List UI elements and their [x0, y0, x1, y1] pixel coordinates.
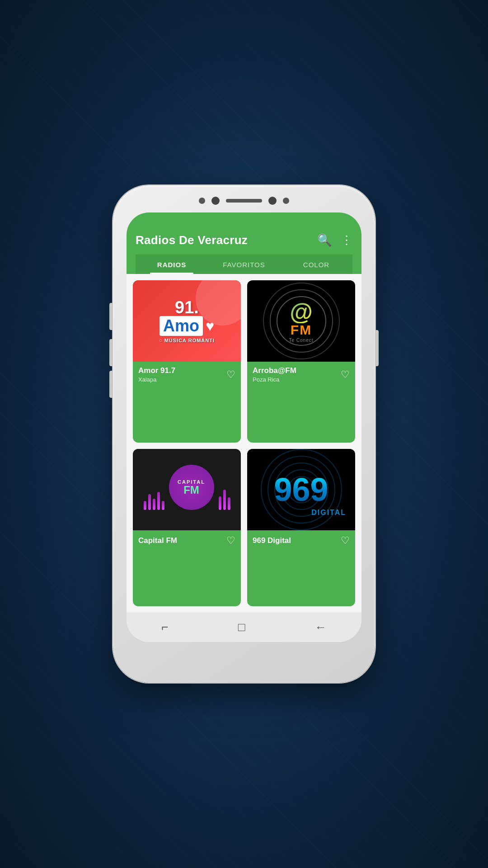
- radio-card-amor[interactable]: 91. Amo ♥ ○ MÚSICA ROMÁNTI Amor 91.7 Xal…: [133, 280, 241, 443]
- card-name-arroba: Arroba@FM: [253, 366, 296, 375]
- phone-top-bar: [199, 197, 289, 205]
- card-location-arroba: Poza Rica: [253, 376, 296, 383]
- tab-favoritos[interactable]: FAVORITOS: [208, 255, 280, 274]
- home-button[interactable]: □: [238, 620, 245, 634]
- favorite-button-amor[interactable]: ♡: [226, 369, 235, 381]
- arroba-fm-text: FM: [291, 323, 312, 337]
- app-header: Radios De Veracruz 🔍 ⋮ RADIOS FAVORITOS …: [127, 226, 361, 274]
- 969-number: 969: [274, 473, 328, 506]
- 969-digital-text: DIGITAL: [311, 509, 346, 517]
- tab-radios[interactable]: RADIOS: [136, 255, 208, 274]
- card-name-capital: Capital FM: [138, 536, 177, 545]
- card-name-amor: Amor 91.7: [138, 366, 175, 375]
- card-info-arroba: Arroba@FM Poza Rica ♡: [247, 362, 355, 387]
- arroba-at-sign: @: [290, 300, 313, 323]
- camera-dot-right: [268, 197, 277, 205]
- amor-heart-icon: ♥: [206, 318, 214, 335]
- card-location-amor: Xalapa: [138, 376, 175, 383]
- amor-subtitle: ○ MÚSICA ROMÁNTI: [159, 338, 215, 343]
- more-icon[interactable]: ⋮: [341, 233, 352, 247]
- arroba-subtitle: Te Conect: [289, 338, 313, 343]
- radio-card-capital[interactable]: CAPITAL FM Capital FM ♡: [133, 449, 241, 606]
- recent-apps-button[interactable]: ⌐: [161, 620, 168, 634]
- radio-logo-capital: CAPITAL FM: [133, 449, 241, 530]
- favorite-button-arroba[interactable]: ♡: [341, 369, 350, 381]
- header-icons: 🔍 ⋮: [317, 233, 352, 247]
- radio-logo-arroba: @ FM Te Conect: [247, 280, 355, 362]
- search-icon[interactable]: 🔍: [317, 233, 332, 247]
- radio-logo-amor: 91. Amo ♥ ○ MÚSICA ROMÁNTI: [133, 280, 241, 362]
- app-title: Radios De Veracruz: [136, 233, 248, 247]
- tabs: RADIOS FAVORITOS COLOR: [136, 255, 352, 274]
- tab-color[interactable]: COLOR: [280, 255, 352, 274]
- camera-main: [211, 197, 220, 205]
- bottom-nav: ⌐ □ ←: [127, 613, 361, 642]
- radio-card-969[interactable]: 969 DIGITAL 969 Digital ♡: [247, 449, 355, 606]
- back-button[interactable]: ←: [315, 620, 327, 634]
- card-text-arroba: Arroba@FM Poza Rica: [253, 366, 296, 383]
- card-info-969: 969 Digital ♡: [247, 530, 355, 551]
- amor-number: 91.: [175, 299, 199, 316]
- card-info-amor: Amor 91.7 Xalapa ♡: [133, 362, 241, 387]
- status-bar: [127, 212, 361, 226]
- card-text-capital: Capital FM: [138, 536, 177, 545]
- camera-dot-left: [199, 198, 205, 204]
- favorite-button-capital[interactable]: ♡: [226, 535, 235, 547]
- favorite-button-969[interactable]: ♡: [341, 535, 350, 547]
- radio-card-arroba[interactable]: @ FM Te Conect Arroba@FM Poza Rica ♡: [247, 280, 355, 443]
- capital-circle: CAPITAL FM: [169, 465, 214, 510]
- header-top: Radios De Veracruz 🔍 ⋮: [136, 233, 352, 247]
- radio-logo-969: 969 DIGITAL: [247, 449, 355, 530]
- capital-fm-label: FM: [183, 485, 199, 495]
- phone-screen: Radios De Veracruz 🔍 ⋮ RADIOS FAVORITOS …: [127, 212, 361, 642]
- sensor-dot: [283, 198, 289, 204]
- amor-brand: Amo: [160, 316, 203, 336]
- card-text-amor: Amor 91.7 Xalapa: [138, 366, 175, 383]
- speaker-bar: [226, 199, 262, 203]
- phone-wrapper: Radios De Veracruz 🔍 ⋮ RADIOS FAVORITOS …: [113, 185, 375, 683]
- card-text-969: 969 Digital: [253, 536, 291, 545]
- radio-grid: 91. Amo ♥ ○ MÚSICA ROMÁNTI Amor 91.7 Xal…: [127, 274, 361, 613]
- card-name-969: 969 Digital: [253, 536, 291, 545]
- card-info-capital: Capital FM ♡: [133, 530, 241, 551]
